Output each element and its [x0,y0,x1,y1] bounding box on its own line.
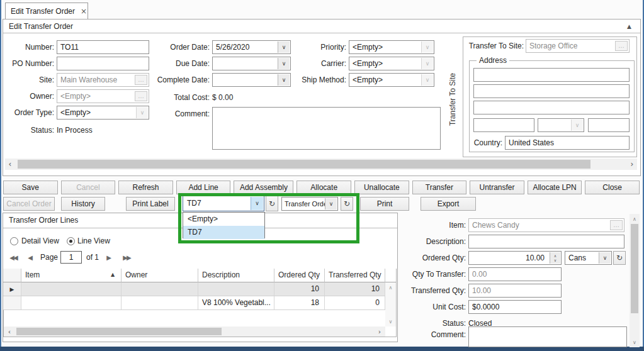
page-first-button[interactable]: ◀◀ [5,251,21,264]
comment-label: Comment: [151,107,210,121]
country-input[interactable] [505,136,630,150]
doc-type-refresh-button[interactable]: ↻ [341,197,353,211]
page-prev-button[interactable]: ◀ [24,251,37,264]
print-button[interactable]: Print [360,197,409,211]
address-line1-input[interactable] [473,68,630,82]
transferred-qty-label: Transferred Qty: [378,284,466,298]
detail-vscrollbar-thumb[interactable] [631,224,638,313]
add-line-button[interactable]: Add Line [176,181,231,194]
chevron-down-icon[interactable]: ∨ [251,197,263,210]
order-date-combo[interactable]: 5/26/2020 ∨ [212,40,291,54]
form-hscrollbar-thumb[interactable] [18,160,590,169]
allocate-button[interactable]: Allocate [297,181,351,194]
unit-cost-input[interactable] [468,300,562,314]
unallocate-button[interactable]: Unallocate [354,181,409,194]
address-line3-input[interactable] [473,101,630,114]
grid-header-description[interactable]: Description [198,269,274,282]
owner-browse-button[interactable]: … [135,91,147,101]
ordered-qty-stepper[interactable]: 10.00 ∧ ∨ [468,251,562,265]
close-button[interactable]: Close [585,181,640,194]
uom-refresh-button[interactable]: ↻ [613,251,626,265]
grid-hscrollbar-thumb[interactable] [16,328,222,335]
untransfer-button[interactable]: Untransfer [470,181,524,194]
dropdown-option-td7[interactable]: TD7 [183,226,264,239]
grid-header-indicator [3,269,21,282]
row-indicator-cell [3,296,21,310]
comment-textarea[interactable] [212,107,441,150]
scroll-down-icon[interactable]: ∨ [630,338,640,346]
collapse-panel-icon[interactable]: ▲ [627,23,631,30]
item-cell[interactable]: ▶ V8 Original Vegeta... [21,296,121,310]
chevron-down-icon[interactable]: ∨ [421,74,433,86]
cancel-button: Cancel [61,181,116,194]
grid-header-item[interactable]: Item [21,269,121,282]
dropdown-option-empty[interactable]: <Empty> [183,213,264,226]
carrier-value: <Empty> [353,59,383,68]
detail-view-radio[interactable] [10,237,18,245]
transfer-button[interactable]: Transfer [412,181,467,194]
owner-field: <Empty> … [57,89,149,103]
line-view-radio[interactable] [67,237,75,245]
detail-comment-textarea[interactable] [468,326,627,347]
scroll-up-icon[interactable]: ∧ [630,215,640,223]
history-button[interactable]: History [61,197,105,211]
item-cell[interactable]: ▶ Chews Candy [21,282,121,296]
order-type-combo[interactable]: <Empty> ∨ [57,106,149,120]
chevron-down-icon[interactable]: ∨ [599,252,611,264]
print-label-button[interactable]: Print Label [126,197,175,211]
tab-edit-transfer-order[interactable]: Edit Transfer Order × [5,3,88,19]
report-refresh-button[interactable]: ↻ [266,196,278,211]
detail-description-input[interactable] [468,235,624,248]
status-value: In Process [57,123,93,137]
tab-close-icon[interactable]: × [81,7,87,16]
chevron-down-icon[interactable]: ∨ [136,107,148,118]
number-input[interactable] [57,40,149,54]
save-button[interactable]: Save [3,181,58,194]
grid-header-transferred-qty[interactable]: Transferred Qty [325,269,385,282]
uom-combo[interactable]: Cans ∨ [565,251,612,265]
spinner-down-icon[interactable]: ∨ [554,258,556,262]
grid-header-owner[interactable]: Owner [121,269,198,282]
chevron-down-icon[interactable]: ∨ [421,42,433,53]
transferred-qty-input[interactable] [468,284,562,298]
description-cell [198,282,274,296]
priority-combo[interactable]: <Empty> ∨ [349,40,434,54]
address-line2-input[interactable] [473,84,630,98]
doc-type-combo[interactable]: Transfer Orde... ∨ [281,197,338,211]
panel-title: Edit Transfer Order [9,20,73,33]
order-type-value: <Empty> [60,108,91,117]
spinner-up-icon[interactable]: ∧ [554,254,556,258]
qty-to-transfer-input[interactable] [468,267,562,281]
ship-method-combo[interactable]: <Empty> ∨ [349,73,434,87]
carrier-combo[interactable]: <Empty> ∨ [349,57,434,70]
grid-header-ordered-qty[interactable]: Ordered Qty [274,269,325,282]
chevron-down-icon[interactable]: ∨ [571,120,583,131]
row-indicator-icon: ▶ [10,286,14,292]
scroll-left-icon[interactable]: ‹ [5,159,15,170]
page-next-button[interactable]: ▶ [103,251,115,264]
chevron-down-icon[interactable]: ∨ [325,198,337,209]
export-button[interactable]: Export [421,197,476,211]
due-date-combo[interactable]: ∨ [212,57,291,70]
complete-date-combo[interactable]: ∨ [212,73,291,87]
transfer-to-site-browse-button[interactable]: … [615,41,628,51]
chevron-down-icon[interactable]: ∨ [421,58,433,69]
page-last-button[interactable]: ▶▶ [118,251,135,264]
line-view-label: Line View [77,235,110,247]
po-number-input[interactable] [57,57,149,70]
site-browse-button[interactable]: … [135,75,147,85]
postal-code-input[interactable] [588,118,630,132]
city-input[interactable] [473,118,534,132]
scroll-left-icon[interactable]: ‹ [5,326,14,337]
spinner[interactable]: ∧ ∨ [550,252,560,264]
report-combo[interactable]: TD7 ∨ [183,196,264,211]
transfer-to-site-field: Storage Office … [526,39,630,53]
refresh-button[interactable]: Refresh [118,181,173,194]
state-combo[interactable]: ∨ [538,118,584,132]
item-browse-button[interactable]: … [610,220,623,230]
add-assembly-button[interactable]: Add Assembly [234,181,293,194]
transferred-qty-cell: 0 [325,296,385,310]
page-number-input[interactable] [60,251,82,264]
allocate-lpn-button[interactable]: Allocate LPN [528,181,582,194]
scroll-right-icon[interactable]: › [627,159,637,170]
